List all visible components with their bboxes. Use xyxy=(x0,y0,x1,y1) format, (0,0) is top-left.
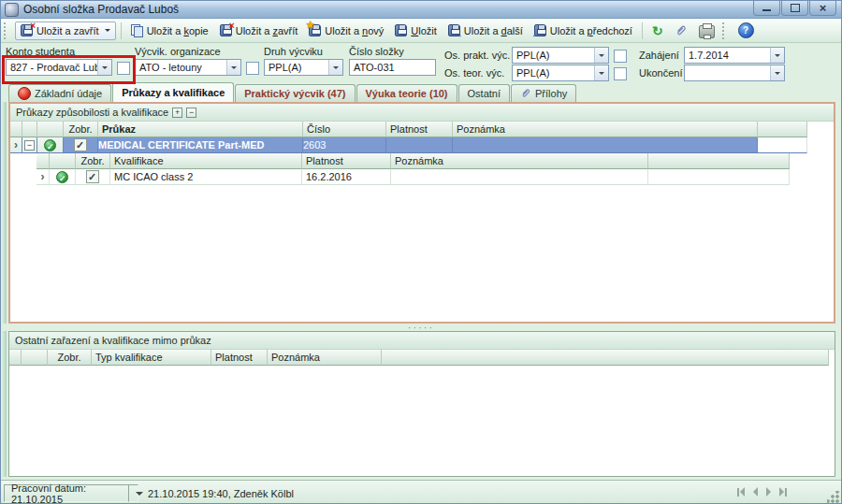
chevron-down-icon[interactable] xyxy=(136,492,143,499)
working-date-cell: Pracovní datum: 21.10.2015 xyxy=(4,484,138,502)
tab-zakladni-udaje[interactable]: Základní údaje xyxy=(8,84,111,102)
platnost-cell[interactable] xyxy=(386,137,453,153)
toolbar-grip[interactable] xyxy=(722,22,729,39)
chevron-down-icon[interactable] xyxy=(770,65,784,80)
cislo-cell[interactable]: 2603 xyxy=(303,137,386,153)
close-button[interactable] xyxy=(809,1,836,16)
column-header-platnost[interactable]: Platnost xyxy=(302,153,391,169)
tab-prilohy[interactable]: Přílohy xyxy=(511,84,576,102)
os-teor-vyc-label: Os. teor. výc. xyxy=(444,67,504,79)
collapse-row-icon[interactable] xyxy=(24,140,35,151)
cislo-slozky-input[interactable]: ATO-031 xyxy=(349,59,436,76)
poznamka-cell[interactable] xyxy=(453,137,758,153)
column-header-kvalifikace[interactable]: Kvalifikace xyxy=(110,153,302,169)
save-icon xyxy=(395,24,407,36)
tab-vyuka-teorie[interactable]: Výuka teorie (10) xyxy=(356,84,457,102)
save-and-copy-button[interactable]: Uložit a kopie xyxy=(126,22,213,40)
column-header-platnost[interactable]: Platnost xyxy=(211,350,268,366)
ok-status-icon xyxy=(56,171,68,183)
printer-icon xyxy=(699,25,715,38)
platnost-cell[interactable]: 16.2.2016 xyxy=(302,169,391,185)
licenses-table-header: Zobr. Průkaz Číslo Platnost Poznámka xyxy=(10,122,834,137)
zobr-checkbox[interactable] xyxy=(74,138,87,151)
konto-studenta-combo[interactable]: 827 - Prodavač Luboš xyxy=(6,59,112,76)
os-prakt-vyc-checkbox[interactable] xyxy=(614,50,627,63)
vycvik-organizace-checkbox[interactable] xyxy=(246,62,259,75)
print-button[interactable] xyxy=(694,22,719,40)
os-prakt-vyc-combo[interactable]: PPL(A) xyxy=(512,47,609,64)
toolbar: × Uložit a zavřít Uložit a kopie × Uloži… xyxy=(1,19,841,43)
paperclip-icon xyxy=(675,24,688,37)
save-button[interactable]: Uložit xyxy=(390,22,442,40)
konto-studenta-checkbox[interactable] xyxy=(117,62,130,75)
ukonceni-label: Ukončení xyxy=(639,67,682,79)
druh-vycviku-combo[interactable]: PPL(A) xyxy=(264,59,343,76)
collapse-all-button[interactable] xyxy=(186,108,196,118)
os-teor-vyc-combo[interactable]: PPL(A) xyxy=(512,65,609,81)
help-button[interactable]: ? xyxy=(733,22,759,40)
chevron-down-icon[interactable] xyxy=(594,65,608,80)
column-header-cislo[interactable]: Číslo xyxy=(303,122,386,137)
record-navigator xyxy=(737,487,787,497)
app-icon xyxy=(5,3,19,17)
druh-vycviku-label: Druh výcviku xyxy=(264,46,323,57)
column-header-zobr[interactable]: Zobr. xyxy=(64,122,98,137)
refresh-button[interactable]: ↻ xyxy=(647,22,668,40)
save-and-next-button[interactable]: → Uložit a další xyxy=(443,22,528,40)
tab-strip: Základní údaje Průkazy a kvalifikace Pra… xyxy=(8,83,576,102)
toolbar-grip[interactable] xyxy=(4,22,10,39)
chevron-down-icon[interactable] xyxy=(226,60,240,75)
row-indicator-icon xyxy=(10,137,22,153)
chevron-down-icon[interactable] xyxy=(594,48,608,63)
save-close-icon: × xyxy=(21,24,33,36)
horizontal-splitter[interactable]: ····· xyxy=(1,324,841,331)
restore-button[interactable] xyxy=(781,1,808,16)
left-edge-strip xyxy=(1,102,7,477)
status-bar: Pracovní datum: 21.10.2015 21.10.2015 19… xyxy=(1,480,841,504)
save-and-new-button[interactable]: ★ Uložit a nový xyxy=(304,22,388,40)
column-header-poznamka[interactable]: Poznámka xyxy=(268,350,382,366)
alert-icon xyxy=(18,87,31,100)
tab-prukazy-a-kvalifikace[interactable]: Průkazy a kvalifikace xyxy=(112,82,234,102)
prukaz-cell[interactable]: MEDICAL CERTIFICATE Part-MED xyxy=(98,137,303,153)
table-row-mc-icao[interactable]: MC ICAO class 2 16.2.2016 xyxy=(36,169,790,185)
zobr-checkbox[interactable] xyxy=(86,170,99,183)
next-record-button[interactable] xyxy=(766,487,771,497)
column-header-typ-kvalifikace[interactable]: Typ kvalifikace xyxy=(92,350,211,366)
ukonceni-date-combo[interactable] xyxy=(684,65,785,81)
minimize-button[interactable] xyxy=(753,1,780,16)
last-record-button[interactable] xyxy=(779,487,787,497)
attachments-button[interactable] xyxy=(670,22,692,40)
save-and-close-split-button[interactable]: × Uložit a zavřít xyxy=(15,22,116,40)
column-header-zobr[interactable]: Zobr. xyxy=(48,350,92,366)
ok-status-icon xyxy=(44,139,56,151)
window-title: Osobní složka Prodavač Luboš xyxy=(23,3,179,16)
chevron-down-icon[interactable] xyxy=(97,60,111,75)
konto-studenta-label: Konto studenta xyxy=(6,46,75,57)
column-header-zobr[interactable]: Zobr. xyxy=(76,153,110,169)
tab-ostatni[interactable]: Ostatní xyxy=(458,84,510,102)
toolbar-separator xyxy=(121,22,122,39)
expand-all-button[interactable] xyxy=(172,108,182,118)
table-row-medical-certificate[interactable]: MEDICAL CERTIFICATE Part-MED 2603 xyxy=(10,137,834,153)
other-qualifications-panel: Ostatní zařazení a kvalifikace mimo průk… xyxy=(8,331,835,477)
column-header-poznamka[interactable]: Poznámka xyxy=(453,122,758,137)
column-header-poznamka[interactable]: Poznámka xyxy=(391,153,648,169)
previous-record-button[interactable] xyxy=(753,487,758,497)
qualifications-table-header: Zobr. Kvalifikace Platnost Poznámka xyxy=(36,153,790,169)
vycvik-organizace-label: Výcvik. organizace xyxy=(135,46,221,57)
resize-grip[interactable] xyxy=(827,491,839,503)
zahajeni-date-combo[interactable]: 1.7.2014 xyxy=(684,47,785,64)
os-teor-vyc-checkbox[interactable] xyxy=(614,67,627,80)
tab-prakticky-vycvik[interactable]: Praktický výcvik (47) xyxy=(235,84,355,102)
chevron-down-icon[interactable] xyxy=(770,48,784,63)
save-and-previous-button[interactable]: ← Uložit a předchozí xyxy=(530,22,637,40)
vycvik-organizace-combo[interactable]: ATO - letouny xyxy=(135,59,241,76)
chevron-down-icon[interactable] xyxy=(328,60,342,75)
column-header-prukaz[interactable]: Průkaz xyxy=(98,122,303,137)
save-and-close-button[interactable]: × Uložit a zavřít xyxy=(215,22,303,40)
first-record-button[interactable] xyxy=(737,487,745,497)
column-header-platnost[interactable]: Platnost xyxy=(386,122,453,137)
kvalifikace-cell[interactable]: MC ICAO class 2 xyxy=(110,169,302,185)
poznamka-cell[interactable] xyxy=(391,169,648,185)
